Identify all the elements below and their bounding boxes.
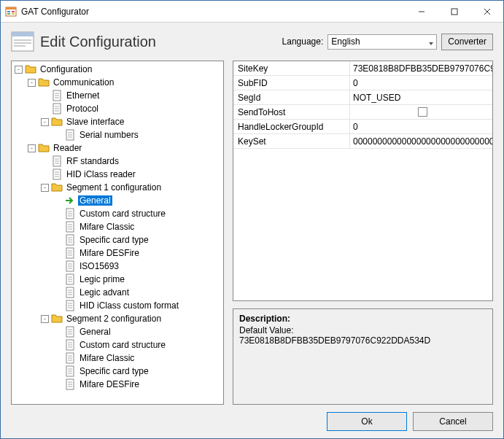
tree-node-label: HID iClass reader — [65, 169, 137, 179]
property-row[interactable]: KeySet000000000000000000000000000000000.… — [233, 134, 492, 149]
titlebar[interactable]: GAT Configurator — [1, 1, 503, 23]
doc-icon — [64, 300, 76, 311]
tree-node[interactable]: -Configuration — [12, 63, 223, 76]
folder-icon — [51, 313, 63, 325]
converter-button[interactable]: Converter — [441, 34, 493, 50]
tree-node-label: Reader — [52, 143, 83, 153]
tree-node-label: Segment 2 configuration — [65, 314, 163, 324]
tree-node-label: HID iClass custom format — [78, 300, 180, 311]
doc-icon — [64, 208, 76, 219]
app-icon — [5, 6, 17, 18]
tree-node-label: ISO15693 — [78, 261, 120, 271]
language-select[interactable]: English — [327, 34, 437, 50]
doc-icon — [51, 168, 63, 180]
page-title: Edit Configuration — [40, 34, 282, 50]
property-value[interactable]: 000000000000000000000000000000000... — [350, 134, 492, 148]
tree-node[interactable]: General — [12, 325, 223, 338]
doc-icon — [51, 155, 63, 167]
property-grid[interactable]: SiteKey73E0818B8DFBB35DEB9797076C922DD..… — [233, 61, 493, 301]
folder-icon — [38, 77, 50, 88]
doc-icon — [64, 129, 76, 141]
tree-node[interactable]: Serial numbers — [12, 128, 223, 141]
tree-node[interactable]: -Slave interface — [12, 115, 223, 128]
tree-expander[interactable]: - — [41, 184, 49, 192]
doc-icon — [51, 103, 63, 114]
property-value[interactable]: 73E0818B8DFBB35DEB9797076C922DD... — [350, 61, 492, 75]
doc-icon — [64, 287, 76, 298]
tree-node[interactable]: -Segment 2 configuration — [12, 312, 223, 325]
property-key: KeySet — [233, 134, 350, 148]
property-row[interactable]: HandleLockerGroupId0 — [233, 120, 492, 134]
doc-icon — [64, 221, 76, 233]
tree-expander[interactable]: - — [15, 66, 23, 74]
doc-icon — [64, 326, 76, 338]
doc-icon — [64, 234, 76, 246]
tree-node[interactable]: Legic advant — [12, 286, 223, 299]
property-row[interactable]: SendToHost — [233, 105, 492, 120]
tree-node-label: Slave interface — [65, 117, 125, 127]
tree-expander[interactable]: - — [28, 79, 36, 87]
tree-node-label: Mifare DESFire — [78, 379, 141, 389]
tree-node[interactable]: Legic prime — [12, 273, 223, 286]
tree-node[interactable]: Custom card structure — [12, 338, 223, 351]
property-key: SegId — [233, 90, 350, 104]
folder-icon — [51, 116, 63, 128]
cancel-button[interactable]: Cancel — [413, 412, 493, 431]
property-value[interactable]: 0 — [350, 120, 492, 133]
property-key: SiteKey — [233, 61, 350, 75]
tree-node[interactable]: ISO15693 — [12, 260, 223, 273]
doc-icon — [64, 260, 76, 272]
tree-node-label: Communication — [52, 77, 115, 88]
doc-icon — [64, 339, 76, 351]
description-text: Default Value: 73E0818B8DFBB35DEB9797076… — [239, 325, 486, 346]
tree-node[interactable]: Specific card type — [12, 233, 223, 246]
tree-node[interactable]: Protocol — [12, 102, 223, 115]
svg-rect-4 — [7, 13, 10, 15]
minimize-button[interactable] — [405, 1, 438, 22]
tree-node[interactable]: Custom card structure — [12, 207, 223, 220]
doc-icon — [64, 273, 76, 285]
tree-node[interactable]: -Segment 1 configuration — [12, 181, 223, 194]
tree-node[interactable]: Mifare DESFire — [12, 378, 223, 391]
tree-node-label: General — [78, 195, 112, 206]
tree-node[interactable]: Mifare Classic — [12, 351, 223, 365]
tree-node[interactable]: -Communication — [12, 76, 223, 89]
tree-node[interactable]: -Reader — [12, 141, 223, 155]
property-row[interactable]: SegIdNOT_USED — [233, 90, 492, 105]
doc-icon — [64, 247, 76, 259]
close-button[interactable] — [470, 1, 503, 22]
config-tree[interactable]: -Configuration-CommunicationEthernetProt… — [12, 61, 223, 404]
tree-node[interactable]: Ethernet — [12, 89, 223, 102]
tree-node[interactable]: Mifare Classic — [12, 220, 223, 233]
tree-node-label: Mifare Classic — [78, 353, 136, 363]
svg-rect-7 — [451, 9, 457, 15]
tree-expander[interactable]: - — [41, 315, 49, 323]
tree-expander[interactable]: - — [41, 118, 49, 126]
tree-node[interactable]: HID iClass custom format — [12, 299, 223, 312]
maximize-button[interactable] — [438, 1, 470, 22]
description-heading: Description: — [239, 314, 486, 324]
tree-node-label: Legic prime — [78, 274, 126, 284]
property-row[interactable]: SubFID0 — [233, 76, 492, 90]
tree-node[interactable]: Specific card type — [12, 365, 223, 378]
property-value[interactable]: 0 — [350, 76, 492, 90]
property-value[interactable]: NOT_USED — [350, 90, 492, 104]
ok-button[interactable]: Ok — [327, 412, 407, 431]
tree-node[interactable]: HID iClass reader — [12, 168, 223, 181]
folder-icon — [25, 63, 36, 75]
tree-node-label: Custom card structure — [78, 340, 167, 350]
tree-node[interactable]: RF standards — [12, 155, 223, 168]
edit-config-icon — [11, 31, 34, 52]
svg-rect-11 — [12, 32, 34, 36]
window-title: GAT Configurator — [21, 7, 405, 17]
checkbox[interactable] — [418, 107, 427, 117]
tree-expander[interactable]: - — [28, 144, 36, 152]
property-row[interactable]: SiteKey73E0818B8DFBB35DEB9797076C922DD..… — [233, 61, 492, 76]
arrow-icon — [64, 195, 76, 206]
tree-node-label: Mifare DESFire — [78, 248, 141, 258]
tree-node[interactable]: Mifare DESFire — [12, 246, 223, 260]
tree-node[interactable]: General — [12, 194, 223, 207]
property-value[interactable] — [350, 105, 492, 119]
content-area: Edit Configuration Language: English Con… — [1, 23, 503, 438]
tree-node-label: Custom card structure — [78, 209, 167, 219]
